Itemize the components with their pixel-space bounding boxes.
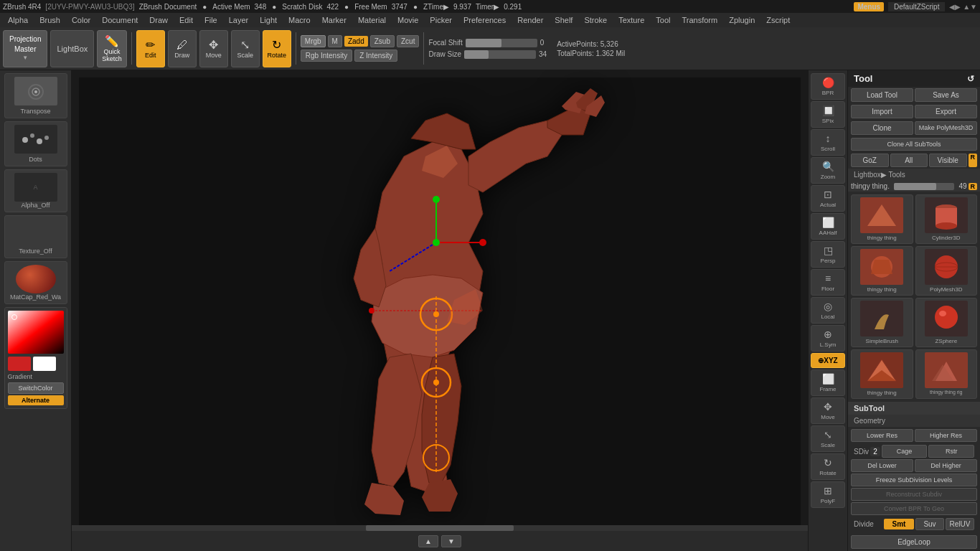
all-button[interactable]: All bbox=[890, 154, 928, 167]
move-button[interactable]: ✥ Move bbox=[199, 30, 228, 67]
tool-thumb-5[interactable]: SimpleBrush bbox=[851, 298, 913, 347]
tool-thumb-2[interactable]: Cylinder3D bbox=[915, 194, 978, 244]
lower-res-button[interactable]: Lower Res bbox=[851, 429, 913, 442]
sidebar-tool-actual[interactable]: ⊡Actual bbox=[811, 185, 845, 212]
menu-item-brush[interactable]: Brush bbox=[34, 14, 65, 26]
matcap-tool[interactable]: MatCap_Red_Wa bbox=[4, 261, 67, 304]
quick-sketch-button[interactable]: ✏️ Quick Sketch bbox=[97, 30, 127, 67]
goz-button[interactable]: GoZ bbox=[851, 154, 889, 167]
load-tool-button[interactable]: Load Tool bbox=[851, 88, 913, 102]
subtool-header[interactable]: SubTool bbox=[848, 402, 980, 415]
edgeloop-button[interactable]: EdgeLoop bbox=[851, 535, 977, 549]
menu-item-edit[interactable]: Edit bbox=[174, 14, 198, 26]
tool-thumb-1[interactable]: thingy thing bbox=[851, 194, 913, 244]
zadd-button[interactable]: Zadd bbox=[344, 36, 368, 47]
tool-thumb-3[interactable]: thingy thing bbox=[851, 246, 913, 296]
sidebar-tool-scale[interactable]: ⤡Scale bbox=[811, 425, 845, 452]
menu-item-stroke[interactable]: Stroke bbox=[579, 14, 612, 26]
clone-button[interactable]: Clone bbox=[851, 121, 913, 135]
save-as-button[interactable]: Save As bbox=[915, 88, 977, 102]
mrgb-button[interactable]: Mrgb bbox=[301, 35, 326, 47]
sidebar-tool-polyf[interactable]: ⊞PolyF bbox=[811, 481, 845, 508]
menu-item-alpha[interactable]: Alpha bbox=[3, 14, 33, 26]
edit-button[interactable]: ✏ Edit bbox=[136, 30, 165, 67]
menu-item-texture[interactable]: Texture bbox=[613, 14, 649, 26]
sidebar-tool-l.sym[interactable]: ⊕L.Sym bbox=[811, 325, 845, 352]
zsub-button[interactable]: Zsub bbox=[370, 35, 395, 47]
alternate-button[interactable]: Alternate bbox=[8, 395, 64, 405]
secondary-color-swatch[interactable] bbox=[33, 357, 56, 371]
sidebar-tool-move[interactable]: ✥Move bbox=[811, 397, 845, 424]
sidebar-tool-zoom[interactable]: 🔍Zoom bbox=[811, 157, 845, 184]
bottom-tool-2[interactable]: ▼ bbox=[441, 535, 461, 547]
menu-item-picker[interactable]: Picker bbox=[425, 14, 457, 26]
sidebar-tool-local[interactable]: ◎Local bbox=[811, 297, 845, 324]
sidebar-tool-frame[interactable]: ⬜Frame bbox=[811, 369, 845, 396]
rotate-button[interactable]: ↻ Rotate bbox=[263, 30, 291, 67]
tool-thumb-8[interactable]: thingy thing rig bbox=[915, 349, 978, 399]
tool-thumb-6[interactable]: ZSphere bbox=[915, 298, 978, 347]
sidebar-tool-aahalf[interactable]: ⬜AAHalf bbox=[811, 213, 845, 240]
horizontal-scrollbar[interactable] bbox=[72, 525, 808, 531]
canvas-area[interactable]: 1.08,-0.855,-0.623 ▲ ▼ bbox=[72, 70, 808, 551]
menu-item-light[interactable]: Light bbox=[255, 14, 282, 26]
rstr-button[interactable]: Rstr bbox=[928, 445, 974, 458]
lightbox-button[interactable]: LightBox bbox=[50, 30, 94, 67]
del-higher-button[interactable]: Del Higher bbox=[915, 459, 977, 472]
menu-item-color[interactable]: Color bbox=[67, 14, 95, 26]
import-button[interactable]: Import bbox=[851, 105, 913, 118]
xyz-button[interactable]: ⊕XYZ bbox=[811, 353, 845, 368]
menu-item-macro[interactable]: Macro bbox=[283, 14, 316, 26]
lightbox-tools-header[interactable]: Lightbox▶ Tools bbox=[848, 169, 980, 181]
texture-tool[interactable]: Texture_Off bbox=[4, 215, 67, 258]
menu-item-layer[interactable]: Layer bbox=[224, 14, 254, 26]
menu-item-zplugin[interactable]: Zplugin bbox=[724, 14, 760, 26]
menu-item-material[interactable]: Material bbox=[353, 14, 391, 26]
projection-master-button[interactable]: Projection Master ▼ bbox=[3, 30, 47, 67]
menu-item-marker[interactable]: Marker bbox=[317, 14, 352, 26]
focal-shift-slider[interactable] bbox=[466, 39, 537, 47]
clone-all-button[interactable]: Clone All SubTools bbox=[851, 138, 977, 151]
dots-tool[interactable]: Dots bbox=[4, 121, 67, 166]
menu-item-transform[interactable]: Transform bbox=[677, 14, 722, 26]
zcut-button[interactable]: Zcut bbox=[397, 35, 419, 47]
visible-button[interactable]: Visible bbox=[929, 154, 967, 167]
freeze-button[interactable]: Freeze SubDivision Levels bbox=[851, 474, 977, 486]
primary-color-swatch[interactable] bbox=[8, 357, 31, 371]
menu-item-file[interactable]: File bbox=[199, 14, 222, 26]
export-button[interactable]: Export bbox=[915, 105, 977, 118]
sidebar-tool-bpr[interactable]: 🔴BPR bbox=[811, 73, 845, 100]
higher-res-button[interactable]: Higher Res bbox=[915, 429, 977, 442]
suv-button[interactable]: Suv bbox=[915, 518, 944, 530]
switch-color-button[interactable]: SwitchColor bbox=[8, 382, 64, 394]
sidebar-tool-floor[interactable]: ≡Floor bbox=[811, 269, 845, 296]
make-polymesh-button[interactable]: Make PolyMesh3D bbox=[915, 121, 977, 135]
scale-button[interactable]: ⤡ Scale bbox=[231, 30, 260, 67]
sidebar-tool-scroll[interactable]: ↕Scroll bbox=[811, 129, 845, 156]
del-lower-button[interactable]: Del Lower bbox=[851, 459, 913, 472]
color-gradient[interactable] bbox=[8, 311, 64, 354]
thingy-slider[interactable] bbox=[894, 183, 954, 190]
tool-thumb-7[interactable]: thingy thing bbox=[851, 349, 913, 399]
sidebar-tool-persp[interactable]: ◳Persp bbox=[811, 241, 845, 268]
menu-item-draw[interactable]: Draw bbox=[144, 14, 173, 26]
reluv-button[interactable]: RelUV bbox=[946, 518, 974, 530]
menu-item-zscript[interactable]: Zscript bbox=[761, 14, 795, 26]
menus-button[interactable]: Menus bbox=[854, 2, 884, 11]
sidebar-tool-spix[interactable]: 🔲SPix bbox=[811, 101, 845, 128]
menu-item-preferences[interactable]: Preferences bbox=[458, 14, 511, 26]
alpha-tool[interactable]: A Alpha_Off bbox=[4, 169, 67, 212]
m-button[interactable]: M bbox=[328, 35, 342, 47]
bottom-tool-1[interactable]: ▲ bbox=[418, 535, 438, 547]
scrollbar-thumb[interactable] bbox=[366, 525, 513, 531]
sidebar-tool-rotate[interactable]: ↻Rotate bbox=[811, 453, 845, 480]
cage-button[interactable]: Cage bbox=[882, 445, 928, 458]
smt-button[interactable]: Smt bbox=[884, 519, 914, 529]
menu-item-shelf[interactable]: Shelf bbox=[550, 14, 578, 26]
draw-button[interactable]: 🖊 Draw bbox=[168, 30, 197, 67]
reset-icon[interactable]: ↺ bbox=[967, 74, 974, 84]
draw-size-slider[interactable] bbox=[464, 50, 536, 59]
tool-thumb-4[interactable]: PolyMesh3D bbox=[915, 246, 978, 296]
transpose-tool[interactable]: Transpose bbox=[4, 73, 67, 118]
menu-item-tool[interactable]: Tool bbox=[651, 14, 675, 26]
